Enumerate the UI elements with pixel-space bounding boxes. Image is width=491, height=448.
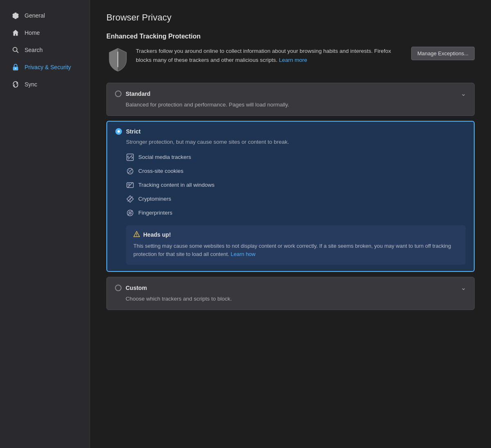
sidebar-item-label: Search [25,47,43,53]
standard-option-panel[interactable]: Standard ⌄ Balanced for protection and p… [106,83,475,116]
warning-learn-how-link[interactable]: Learn how [231,251,256,257]
home-icon [11,29,20,37]
custom-option-header: Custom ⌄ [115,284,466,292]
strict-items-list: Social media trackers Cross-site cookies [126,153,466,217]
list-item: Cryptominers [126,195,466,203]
learn-more-link[interactable]: Learn more [279,57,307,63]
standard-label: Standard [126,91,457,97]
warning-triangle-icon [133,231,140,239]
strict-option-header: Strict [115,128,466,135]
custom-description: Choose which trackers and scripts to blo… [126,295,466,303]
sidebar-item-general[interactable]: General [3,7,86,24]
svg-line-7 [128,169,133,173]
list-item: Fingerprinters [126,209,466,217]
list-item: Social media trackers [126,153,466,161]
standard-option-header: Standard ⌄ [115,90,466,97]
strict-radio[interactable] [115,128,122,135]
svg-point-2 [15,68,16,69]
strict-description: Stronger protection, but may cause some … [126,138,466,146]
etp-description: Trackers follow you around online to col… [136,47,398,64]
page-title: Browser Privacy [106,12,475,23]
block-fingerprint-icon [126,209,134,217]
svg-point-9 [131,172,131,173]
strict-warning-box: Heads up! This setting may cause some we… [126,225,466,265]
custom-chevron-icon: ⌄ [461,284,466,292]
svg-point-18 [136,235,137,236]
sidebar-item-sync[interactable]: Sync [3,76,86,93]
custom-radio[interactable] [115,285,122,291]
shield-icon [106,47,129,73]
standard-radio[interactable] [115,91,122,97]
svg-point-8 [128,170,129,171]
warning-title: Heads up! [143,231,171,238]
sidebar-item-label: Home [25,29,40,36]
sync-icon [11,80,20,88]
etp-section-title: Enhanced Tracking Protection [106,33,475,40]
standard-chevron-icon: ⌄ [461,90,466,97]
gear-icon [11,11,20,20]
sidebar-item-label: General [25,12,45,19]
manage-exceptions-button[interactable]: Manage Exceptions... [411,47,475,60]
search-icon [11,46,20,54]
list-item: Tracking content in all windows [126,181,466,189]
block-crypto-icon [126,195,134,203]
block-cookies-icon [126,167,134,175]
svg-rect-12 [128,184,130,185]
list-item: Cross-site cookies [126,167,466,175]
sidebar-item-home[interactable]: Home [3,25,86,41]
custom-label: Custom [126,285,147,291]
block-social-icon [126,153,134,161]
lock-icon [11,63,20,71]
sidebar-item-label: Sync [25,81,37,88]
strict-label: Strict [126,128,466,135]
sidebar-item-label: Privacy & Security [25,64,71,70]
etp-header: Trackers follow you around online to col… [106,47,475,73]
block-tracking-icon [126,181,134,189]
sidebar-item-search[interactable]: Search [3,42,86,58]
strict-option-panel[interactable]: Strict Stronger protection, but may caus… [106,121,475,272]
warning-text: This setting may cause some websites to … [133,242,458,259]
sidebar-item-privacy[interactable]: Privacy & Security [3,59,86,75]
custom-option-panel[interactable]: Custom ⌄ Choose which trackers and scrip… [106,277,475,310]
svg-line-16 [128,210,133,215]
main-content: Browser Privacy Enhanced Tracking Protec… [90,0,491,448]
standard-description: Balanced for protection and performance.… [126,101,466,109]
sidebar: General Home Search Privacy & Security [0,0,90,448]
warning-header: Heads up! [133,231,458,239]
